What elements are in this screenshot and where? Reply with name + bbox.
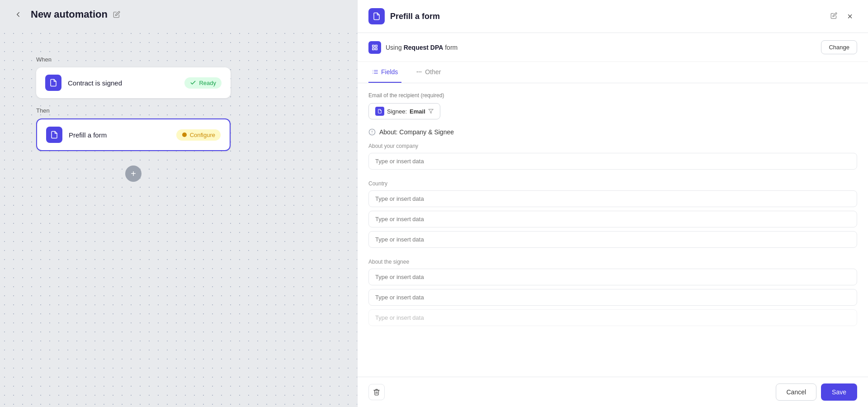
then-card-icon (46, 127, 62, 143)
ready-badge: Ready (184, 77, 222, 89)
change-button[interactable]: Change (821, 40, 857, 54)
then-card-title: Prefill a form (69, 131, 170, 139)
signee-value: Email (410, 108, 425, 115)
email-field-label: Email of the recipient (required) (368, 92, 857, 99)
form-content: Email of the recipient (required) Signee… (358, 83, 868, 339)
edit-title-icon[interactable] (113, 11, 120, 18)
top-bar: New automation (0, 0, 357, 29)
then-card[interactable]: Prefill a form Configure (36, 118, 231, 151)
svg-rect-1 (373, 45, 374, 47)
country-input[interactable] (368, 190, 857, 207)
tab-fields[interactable]: Fields (368, 62, 401, 83)
cancel-button[interactable]: Cancel (776, 383, 816, 401)
signee-input-3[interactable] (368, 309, 857, 326)
when-card-icon (45, 75, 61, 91)
panel-body: Using Request DPA form Change Fields Oth… (358, 33, 868, 377)
delete-button[interactable] (368, 384, 385, 400)
signee-section-label: About the signee (368, 259, 857, 265)
svg-marker-14 (429, 109, 433, 114)
svg-rect-2 (375, 45, 377, 47)
canvas: When Contract is signed Ready Then Prefi… (0, 29, 357, 407)
back-button[interactable] (11, 7, 25, 22)
then-label: Then (36, 107, 321, 114)
signee-label: Signee: (387, 108, 407, 115)
page-title: New automation (31, 9, 108, 20)
panel-footer: Cancel Save (358, 377, 868, 407)
company-input-4[interactable] (368, 231, 857, 248)
svg-rect-4 (373, 48, 374, 50)
panel-header: Prefill a form × (358, 0, 868, 33)
then-section: Then Prefill a form Configure (36, 107, 321, 151)
footer-right: Cancel Save (776, 383, 857, 401)
svg-point-13 (421, 71, 421, 72)
using-icon (368, 41, 381, 54)
svg-point-11 (417, 71, 418, 72)
signee-input-1[interactable] (368, 269, 857, 285)
panel-edit-icon[interactable] (830, 12, 837, 21)
signee-badge[interactable]: Signee: Email (368, 103, 440, 119)
company-input-1[interactable] (368, 153, 857, 170)
company-section-label: About your company (368, 143, 857, 149)
svg-point-0 (182, 133, 187, 137)
country-label: Country (368, 180, 857, 187)
panel-icon (368, 8, 385, 24)
save-button[interactable]: Save (821, 383, 857, 401)
panel-title: Prefill a form (390, 12, 825, 21)
when-card[interactable]: Contract is signed Ready (36, 67, 231, 98)
svg-point-12 (419, 71, 420, 72)
close-button[interactable]: × (843, 9, 857, 24)
when-label: When (36, 56, 321, 63)
footer-left (368, 384, 385, 400)
company-input-3[interactable] (368, 211, 857, 227)
using-bar: Using Request DPA form Change (358, 33, 868, 62)
right-panel: Prefill a form × Using Request DPA form … (357, 0, 868, 407)
when-card-title: Contract is signed (68, 79, 178, 87)
section-info: About: Company & Signee (368, 128, 857, 136)
signee-icon (375, 107, 384, 116)
tab-other[interactable]: Other (412, 62, 444, 83)
svg-rect-3 (375, 48, 377, 50)
tabs-bar: Fields Other (358, 62, 868, 83)
signee-input-2[interactable] (368, 289, 857, 306)
configure-badge: Configure (176, 129, 221, 141)
add-step-button[interactable]: + (125, 166, 142, 182)
using-text: Using Request DPA form (386, 44, 816, 51)
left-panel: New automation When Contract is signed R… (0, 0, 357, 407)
when-section: When Contract is signed Ready (36, 56, 321, 98)
